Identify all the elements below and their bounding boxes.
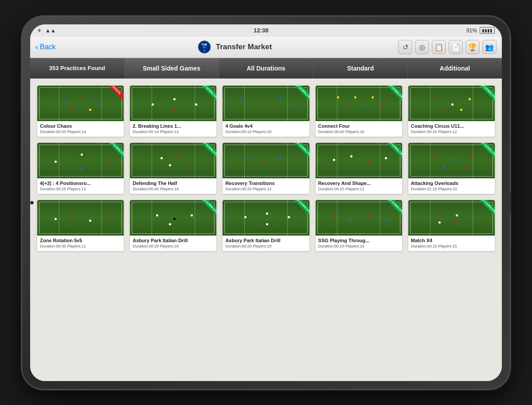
practice-meta: Duration:00:20 Players:20 xyxy=(225,244,306,248)
ipad-shell: ✈ ▲▲ 12:38 91% ▮▮▮▮ ‹ Back xyxy=(22,16,510,389)
nav-icon-history[interactable]: ↺ xyxy=(398,40,412,54)
badge-label: FREE DOWNLOAD xyxy=(383,143,402,158)
history-icon: ↺ xyxy=(403,43,408,51)
practice-card[interactable]: FREE DOWNLOAD Match X4 Duration:00:15 Pl… xyxy=(408,200,495,251)
badge-label: UPDATE xyxy=(106,86,124,101)
practice-info: Defending The Half Duration:00:45 Player… xyxy=(130,178,216,194)
target-icon: ◎ xyxy=(419,43,425,51)
trophy-icon: 🏆 xyxy=(468,43,477,51)
practice-thumbnail: FREE DOWNLOAD xyxy=(37,143,124,178)
practice-info: 4 Goals 4v4 Duration:00:10 Players:10 xyxy=(223,121,309,137)
status-right: 91% ▮▮▮▮ xyxy=(466,27,495,34)
practice-card[interactable]: UPDATE Colour Chaos Duration:00:20 Playe… xyxy=(37,86,124,137)
practice-card[interactable]: FREE DOWNLOAD Asbury Park Italian Drill … xyxy=(130,200,216,251)
practice-name: Recovery Transitions xyxy=(225,181,306,186)
practice-meta: Duration:00:20 Players:12 xyxy=(411,130,492,134)
nav-icon-trophy[interactable]: 🏆 xyxy=(466,40,480,54)
badge: FREE DOWNLOAD xyxy=(379,86,402,109)
practice-info: Colour Chaos Duration:00:20 Players:14 xyxy=(37,121,124,137)
practice-info: Asbury Park Italian Drill Duration:00:20… xyxy=(223,236,309,251)
practice-card[interactable]: FREE DOWNLOAD Coaching Circus U11... Dur… xyxy=(408,86,495,137)
nav-icon-clipboard1[interactable]: 📋 xyxy=(432,40,446,54)
practice-card[interactable]: FREE DOWNLOAD Recovery And Shape... Dura… xyxy=(316,143,402,194)
status-time: 12:38 xyxy=(254,27,268,34)
back-button[interactable]: ‹ Back xyxy=(35,43,71,52)
camera xyxy=(30,201,34,204)
practice-card[interactable]: FREE DOWNLOAD Attacking Overloads Durati… xyxy=(408,143,495,194)
practice-info: SSG Playing Throug... Duration:00:20 Pla… xyxy=(316,236,402,251)
practice-name: Colour Chaos xyxy=(40,123,121,129)
filter-count[interactable]: 353 Practices Found xyxy=(30,58,125,79)
practice-meta: Duration:00:20 Players:12 xyxy=(318,187,399,191)
practice-card[interactable]: FREE DOWNLOAD SSG Playing Throug... Dura… xyxy=(316,200,402,251)
practice-info: Recovery Transitions Duration:00:20 Play… xyxy=(223,178,309,194)
practice-info: 2. Breaking Lines 1... Duration:00:10 Pl… xyxy=(130,121,216,137)
filter-type-label: Small Sided Games xyxy=(143,65,200,72)
badge: FREE DOWNLOAD xyxy=(286,86,309,109)
practice-info: Match X4 Duration:00:15 Players:15 xyxy=(408,236,495,251)
badge: FREE DOWNLOAD xyxy=(472,86,495,109)
badge: UPDATE xyxy=(101,86,124,109)
practice-grid: UPDATE Colour Chaos Duration:00:20 Playe… xyxy=(37,86,495,251)
nav-bar: ‹ Back THE FA Transfer Market ↺ xyxy=(30,37,502,58)
filter-duration[interactable]: All Durations xyxy=(219,58,313,79)
wifi-icon: ▲▲ xyxy=(45,28,56,34)
badge: FREE DOWNLOAD xyxy=(379,143,402,166)
practice-name: Connect Four xyxy=(318,123,399,129)
nav-icons: ↺ ◎ 📋 📄 🏆 👥 xyxy=(398,40,497,54)
airplane-icon: ✈ xyxy=(37,28,42,34)
practice-meta: Duration:01:15 Players:10 xyxy=(411,187,492,191)
filter-count-label: 353 Practices Found xyxy=(49,65,105,71)
practice-name: Recovery And Shape... xyxy=(318,181,399,186)
practice-thumbnail: FREE DOWNLOAD xyxy=(130,200,216,236)
badge-label: FREE DOWNLOAD xyxy=(383,200,402,216)
badge: FREE DOWNLOAD xyxy=(472,143,495,166)
badge-label: FREE DOWNLOAD xyxy=(291,143,309,158)
practice-card[interactable]: Zone Rotation 5v5 Duration:00:30 Players… xyxy=(37,200,124,251)
svg-text:THE: THE xyxy=(201,43,207,46)
practice-thumbnail: UPDATE xyxy=(37,86,124,121)
badge: FREE DOWNLOAD xyxy=(193,86,216,109)
practice-name: SSG Playing Throug... xyxy=(318,238,399,243)
practice-card[interactable]: FREE DOWNLOAD Recovery Transitions Durat… xyxy=(223,143,309,194)
practice-card[interactable]: FREE DOWNLOAD Defending The Half Duratio… xyxy=(130,143,216,194)
practice-name: Coaching Circus U11... xyxy=(411,123,492,129)
practice-thumbnail: FREE DOWNLOAD xyxy=(316,86,402,121)
practice-card[interactable]: FREE DOWNLOAD Asbury Park Italian Drill … xyxy=(223,200,309,251)
status-left: ✈ ▲▲ xyxy=(37,28,56,34)
back-label: Back xyxy=(40,43,56,51)
practice-info: Asbury Park Italian Drill Duration:00:20… xyxy=(130,236,216,251)
filter-standard[interactable]: Standard xyxy=(313,58,408,79)
practice-card[interactable]: FREE DOWNLOAD 4(+2) : 4 Positionsro... D… xyxy=(37,143,124,194)
practice-meta: Duration:00:40 Players:16 xyxy=(318,130,399,134)
practice-thumbnail: FREE DOWNLOAD xyxy=(408,143,495,178)
nav-icon-target[interactable]: ◎ xyxy=(415,40,429,54)
content-area: UPDATE Colour Chaos Duration:00:20 Playe… xyxy=(30,79,502,381)
badge-label: FREE DOWNLOAD xyxy=(477,86,495,101)
badge: FREE DOWNLOAD xyxy=(193,200,216,223)
fa-logo: THE FA xyxy=(197,40,211,54)
practice-name: Asbury Park Italian Drill xyxy=(225,238,306,243)
filter-bar: 353 Practices Found Small Sided Games Al… xyxy=(30,58,502,79)
practice-card[interactable]: FREE DOWNLOAD 4 Goals 4v4 Duration:00:10… xyxy=(223,86,309,137)
practice-thumbnail: FREE DOWNLOAD xyxy=(130,86,216,121)
practice-meta: Duration:00:45 Players:16 xyxy=(133,187,214,191)
people-icon: 👥 xyxy=(485,43,494,51)
practice-card[interactable]: FREE DOWNLOAD Connect Four Duration:00:4… xyxy=(316,86,402,137)
practice-name: Zone Rotation 5v5 xyxy=(40,238,121,243)
practice-name: 4(+2) : 4 Positionsro... xyxy=(40,181,121,186)
badge-label: FREE DOWNLOAD xyxy=(291,200,309,216)
home-button[interactable] xyxy=(506,192,511,214)
filter-type[interactable]: Small Sided Games xyxy=(125,58,219,79)
practice-meta: Duration:00:20 Players:14 xyxy=(40,130,121,134)
nav-icon-people[interactable]: 👥 xyxy=(482,40,497,54)
practice-thumbnail: FREE DOWNLOAD xyxy=(316,200,402,236)
nav-icon-clipboard2[interactable]: 📄 xyxy=(449,40,463,54)
practice-card[interactable]: FREE DOWNLOAD 2. Breaking Lines 1... Dur… xyxy=(130,86,216,137)
badge: FREE DOWNLOAD xyxy=(472,200,495,223)
practice-name: Attacking Overloads xyxy=(411,181,492,186)
badge: FREE DOWNLOAD xyxy=(286,143,309,166)
practice-thumbnail xyxy=(37,200,124,236)
practice-thumbnail: FREE DOWNLOAD xyxy=(316,143,402,178)
filter-additional[interactable]: Additional xyxy=(408,58,502,79)
